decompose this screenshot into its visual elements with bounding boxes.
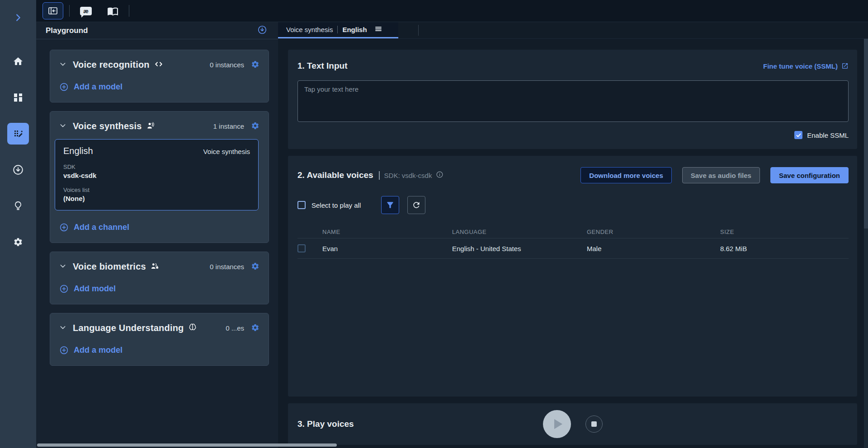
stop-icon [591, 421, 597, 427]
tab-voice-synthesis-english[interactable]: Voice synthesis English [278, 22, 398, 38]
chevron-down-icon[interactable] [59, 262, 66, 271]
documentation-book-icon[interactable] [102, 2, 123, 19]
main-content: Voice synthesis English 1. Text Input [278, 22, 868, 448]
phoneme-lexicon-icon[interactable]: æ [75, 2, 96, 19]
instance-count: 1 instance [213, 122, 244, 130]
play-button[interactable] [543, 410, 571, 438]
person-voice-lock-icon [150, 262, 160, 272]
playground-header: Playground [36, 22, 278, 39]
select-all-checkbox[interactable] [297, 201, 306, 209]
expand-rail-icon[interactable] [13, 13, 23, 23]
tab-bar: Voice synthesis English [278, 22, 868, 39]
add-model-button[interactable]: Add a model [59, 82, 259, 92]
gear-icon[interactable] [251, 60, 259, 70]
cell-language: English - United States [452, 245, 587, 252]
left-rail [0, 0, 36, 448]
instance-name: English [63, 146, 93, 156]
instance-card-english[interactable]: English Voice synthesis SDK vsdk-csdk Vo… [55, 139, 259, 210]
sdk-info-text: SDK: vsdk-csdk [384, 172, 432, 179]
column-size: SIZE [720, 229, 849, 235]
text-input-header: 1. Text Input Fine tune voice (SSML) [297, 61, 849, 71]
funnel-icon [386, 201, 395, 210]
toolbar-separator [69, 5, 70, 17]
text-input-field[interactable] [297, 80, 849, 122]
enable-ssml-row: Enable SSML [297, 131, 849, 139]
external-link-icon [841, 62, 849, 70]
vertical-scrollbar-thumb[interactable] [864, 39, 868, 229]
fine-tune-label: Fine tune voice (SSML) [763, 62, 838, 70]
toolbar-separator [129, 5, 129, 17]
phoneme-glyph: æ [83, 8, 89, 14]
gear-icon[interactable] [251, 262, 259, 272]
playground-panel: Playground Voice recognition [36, 22, 278, 448]
section-text-input: 1. Text Input Fine tune voice (SSML) [288, 50, 857, 149]
chevron-down-icon[interactable] [59, 61, 66, 69]
info-icon[interactable] [436, 171, 443, 180]
card-title: Language Understanding [73, 323, 184, 333]
download-nav-icon[interactable] [7, 159, 29, 181]
refresh-icon [412, 201, 421, 210]
instance-count: 0 instances [210, 61, 244, 69]
card-voice-biometrics: Voice biometrics 0 instances Add mode [50, 252, 269, 304]
lightbulb-icon[interactable] [7, 195, 29, 217]
card-head: Voice recognition 0 instances [59, 60, 259, 70]
table-row-evan[interactable]: Evan English - United States Male 8.62 M… [297, 238, 849, 259]
settings-gear-icon[interactable] [7, 231, 29, 253]
available-voices-header: 2. Available voices SDK: vsdk-csdk Downl… [297, 167, 849, 183]
tab-menu-icon[interactable] [374, 25, 382, 34]
fine-tune-ssml-link[interactable]: Fine tune voice (SSML) [763, 62, 849, 70]
vertical-scrollbar-track [864, 39, 868, 448]
select-all-label: Select to play all [311, 201, 361, 209]
tab-instance-label: English [342, 26, 367, 33]
cell-gender: Male [587, 245, 720, 252]
dashboard-icon[interactable] [7, 87, 29, 108]
home-icon[interactable] [7, 51, 29, 72]
download-more-voices-button[interactable]: Download more voices [580, 167, 671, 183]
brain-icon [188, 323, 197, 333]
add-model-label: Add a model [74, 82, 123, 92]
section-available-voices: 2. Available voices SDK: vsdk-csdk Downl… [288, 156, 857, 397]
play-voices-title: 3. Play voices [297, 419, 354, 429]
card-language-understanding: Language Understanding 0 ...es Add a [50, 313, 269, 366]
card-title: Voice biometrics [73, 261, 146, 272]
playground-title: Playground [46, 26, 88, 35]
play-icon [554, 419, 562, 429]
add-model-label: Add model [74, 284, 116, 294]
card-voice-recognition: Voice recognition 0 instances Add a m [50, 50, 269, 103]
horizontal-scrollbar-thumb[interactable] [37, 443, 337, 447]
add-model-button[interactable]: Add model [59, 284, 259, 294]
stop-button[interactable] [585, 415, 603, 433]
instance-count: 0 instances [210, 263, 244, 271]
available-voices-title: 2. Available voices [297, 170, 373, 180]
save-configuration-button[interactable]: Save configuration [770, 167, 849, 183]
cell-name: Evan [322, 245, 452, 252]
card-title: Voice recognition [73, 60, 150, 70]
row-checkbox[interactable] [297, 244, 306, 252]
download-all-icon[interactable] [257, 25, 267, 36]
add-model-button[interactable]: Add a model [59, 345, 259, 355]
card-head: Voice biometrics 0 instances [59, 261, 259, 272]
tab-service-label: Voice synthesis [286, 26, 333, 33]
right-area: æ Playground [36, 0, 868, 448]
playground-nav-icon[interactable] [7, 123, 29, 145]
voices-list-value: (None) [63, 195, 250, 202]
collapse-panel-icon[interactable] [42, 2, 63, 19]
enable-ssml-checkbox[interactable] [794, 131, 802, 139]
chevron-down-icon[interactable] [59, 324, 66, 332]
add-channel-label: Add a channel [74, 223, 129, 232]
voices-list-label: Voices list [63, 187, 250, 193]
filter-button[interactable] [381, 196, 399, 214]
voices-table-header: NAME LANGUAGE GENDER SIZE [297, 225, 849, 238]
gear-icon[interactable] [251, 121, 259, 131]
playground-body: Voice recognition 0 instances Add a m [36, 39, 278, 370]
save-audio-files-button[interactable]: Save as audio files [682, 167, 760, 183]
title-divider [379, 171, 380, 180]
refresh-button[interactable] [407, 196, 425, 214]
instance-count: 0 ...es [226, 324, 244, 332]
sdk-label: SDK [63, 163, 250, 170]
gear-icon[interactable] [251, 323, 259, 333]
add-model-label: Add a model [74, 345, 123, 355]
chevron-down-icon[interactable] [59, 122, 66, 131]
add-channel-button[interactable]: Add a channel [59, 223, 259, 232]
tab-divider [337, 26, 338, 33]
